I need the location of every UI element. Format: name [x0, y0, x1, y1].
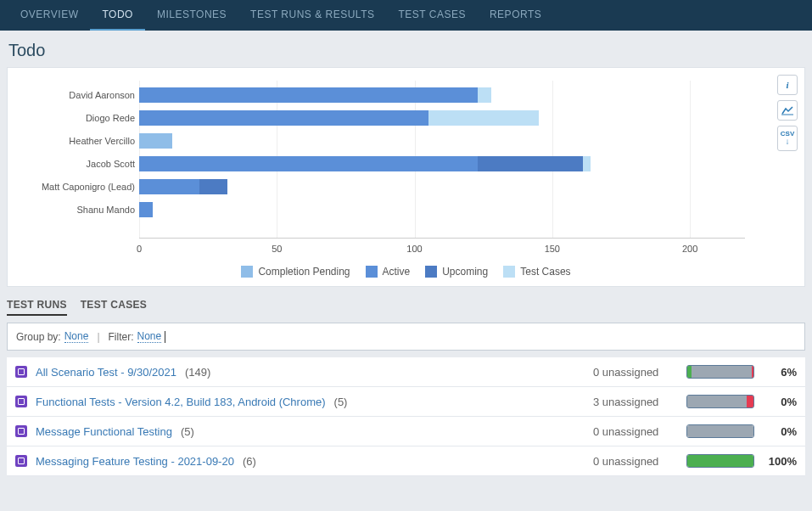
test-run-row: All Scenario Test - 9/30/2021 (149)0 una…	[7, 357, 805, 387]
test-run-progress-bar	[686, 454, 754, 468]
group-by-label: Group by:	[16, 331, 61, 343]
info-button[interactable]: i	[777, 75, 798, 95]
chart-row-label: Heather Vercillo	[25, 136, 135, 146]
csv-download-button[interactable]: CSV ↓	[777, 126, 798, 151]
chart-legend: Completion PendingActiveUpcomingTest Cas…	[16, 266, 796, 278]
legend-item[interactable]: Completion Pending	[241, 266, 350, 278]
chart-row-label: Shanu Mando	[25, 205, 135, 215]
nav-tab-test-cases[interactable]: TEST CASES	[386, 0, 477, 31]
filter-value[interactable]: None	[137, 330, 162, 343]
test-run-unassigned: 0 unassigned	[593, 366, 678, 379]
chart-row-label: Matt Caponigro (Lead)	[25, 182, 135, 192]
bar-segment[interactable]	[583, 156, 591, 171]
test-run-icon	[15, 396, 27, 407]
legend-item[interactable]: Active	[366, 266, 411, 278]
test-run-percent: 100%	[763, 455, 797, 468]
chart-row: David Aaronson	[139, 83, 745, 106]
subtab-test-cases[interactable]: TEST CASES	[81, 299, 147, 316]
chart-line-icon	[781, 105, 793, 115]
test-run-count: (6)	[243, 455, 256, 468]
legend-swatch	[503, 266, 515, 278]
filter-bar: Group by: None | Filter: None	[7, 323, 805, 351]
bar-segment[interactable]	[199, 179, 227, 194]
chart-row-label: Diogo Rede	[25, 113, 135, 123]
subtabs: TEST RUNSTEST CASES	[0, 287, 812, 319]
subtab-test-runs[interactable]: TEST RUNS	[7, 299, 67, 316]
chart-line-button[interactable]	[777, 100, 798, 121]
legend-swatch	[366, 266, 378, 278]
legend-item[interactable]: Test Cases	[503, 266, 570, 278]
bar-segment[interactable]	[139, 133, 172, 149]
bar-segment[interactable]	[139, 110, 428, 126]
test-run-icon	[15, 425, 27, 437]
chart-row: Shanu Mando	[139, 198, 745, 221]
x-tick: 0	[137, 244, 142, 254]
test-run-percent: 0%	[763, 396, 797, 408]
chart-side-buttons: i CSV ↓	[777, 75, 798, 151]
test-run-progress-bar	[686, 365, 754, 379]
test-run-link[interactable]: Functional Tests - Version 4.2, Build 18…	[36, 396, 326, 408]
nav-tab-reports[interactable]: REPORTS	[478, 0, 553, 31]
test-run-percent: 0%	[763, 425, 797, 438]
legend-swatch	[425, 266, 437, 278]
bar-segment[interactable]	[478, 156, 582, 171]
test-run-row: Messaging Feature Testing - 2021-09-20 (…	[7, 446, 805, 476]
legend-item[interactable]: Upcoming	[425, 266, 488, 278]
x-axis: 050100150200	[139, 238, 745, 259]
bar-segment[interactable]	[139, 87, 478, 103]
chart-area: David AaronsonDiogo RedeHeather Vercillo…	[139, 81, 745, 238]
x-tick: 50	[272, 244, 282, 254]
bar-segment[interactable]	[139, 156, 478, 171]
chart-row: Heather Vercillo	[139, 129, 745, 152]
legend-swatch	[241, 266, 253, 278]
chart-row: Matt Caponigro (Lead)	[139, 175, 745, 198]
test-run-link[interactable]: Message Functional Testing	[36, 425, 172, 438]
test-run-icon	[15, 366, 27, 378]
test-run-count: (149)	[185, 366, 210, 379]
test-run-percent: 6%	[763, 366, 797, 379]
test-run-link[interactable]: Messaging Feature Testing - 2021-09-20	[36, 455, 234, 468]
nav-tab-milestones[interactable]: MILESTONES	[145, 0, 238, 31]
nav-tab-overview[interactable]: OVERVIEW	[8, 0, 90, 31]
download-arrow-icon: ↓	[786, 138, 790, 146]
x-tick: 150	[545, 244, 560, 254]
chart-row: Jacob Scott	[139, 152, 745, 175]
bar-segment[interactable]	[428, 110, 539, 126]
test-run-unassigned: 0 unassigned	[593, 455, 678, 468]
test-run-unassigned: 0 unassigned	[593, 425, 678, 438]
test-run-count: (5)	[334, 396, 348, 408]
chart-panel: i CSV ↓ David AaronsonDiogo RedeHeather …	[7, 67, 805, 287]
top-nav: OVERVIEWTODOMILESTONESTEST RUNS & RESULT…	[0, 0, 812, 31]
test-run-progress-bar	[686, 424, 754, 438]
test-run-icon	[15, 455, 27, 467]
test-run-unassigned: 3 unassigned	[593, 396, 678, 408]
bar-segment[interactable]	[478, 87, 491, 103]
nav-tab-test-runs-results[interactable]: TEST RUNS & RESULTS	[238, 0, 386, 31]
chart-row-label: Jacob Scott	[25, 159, 135, 169]
test-run-progress-bar	[686, 395, 754, 408]
test-run-row: Functional Tests - Version 4.2, Build 18…	[7, 387, 805, 417]
x-tick: 100	[406, 244, 422, 254]
test-run-link[interactable]: All Scenario Test - 9/30/2021	[36, 366, 176, 379]
group-by-value[interactable]: None	[64, 330, 89, 343]
filter-label: Filter:	[109, 331, 134, 343]
chart-row: Diogo Rede	[139, 106, 745, 129]
test-run-row: Message Functional Testing (5)0 unassign…	[7, 417, 805, 446]
nav-tab-todo[interactable]: TODO	[90, 0, 144, 31]
bar-segment[interactable]	[139, 179, 199, 194]
bar-segment[interactable]	[139, 202, 153, 217]
chart-row-label: David Aaronson	[25, 90, 135, 100]
test-run-count: (5)	[181, 425, 194, 438]
page-title: Todo	[0, 31, 812, 67]
x-tick: 200	[682, 244, 697, 254]
